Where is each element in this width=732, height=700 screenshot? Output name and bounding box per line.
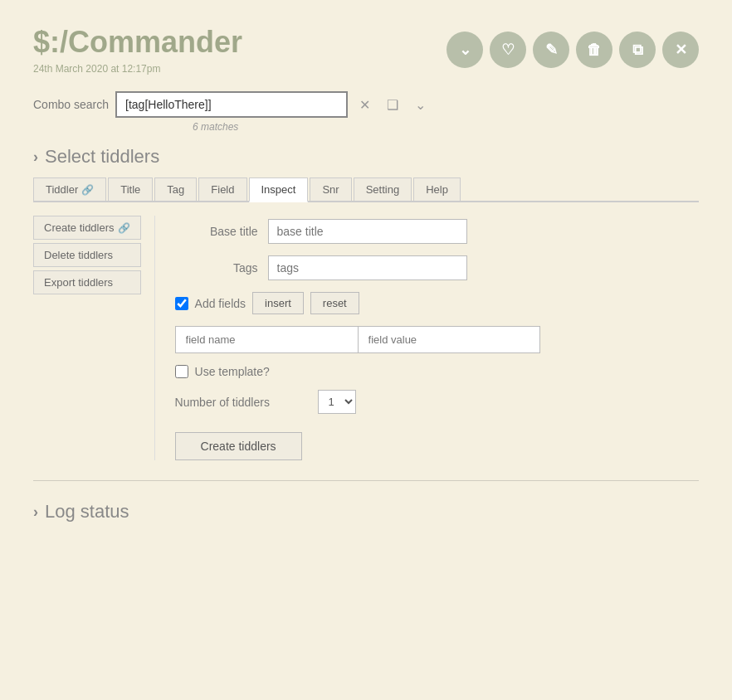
base-title-label: Base title bbox=[175, 225, 258, 238]
header-left: $:/Commander 24th March 2020 at 12:17pm bbox=[33, 25, 242, 75]
tab-snr[interactable]: Snr bbox=[310, 177, 351, 201]
select-section-title: Select tiddlers bbox=[45, 146, 159, 168]
tab-tag-label: Tag bbox=[167, 183, 184, 196]
search-label: Combo search bbox=[33, 98, 109, 111]
create-link-icon: 🔗 bbox=[118, 222, 130, 234]
use-template-checkbox[interactable] bbox=[175, 365, 188, 378]
chevron-down-button[interactable]: ⌄ bbox=[447, 32, 483, 68]
copy-button[interactable]: ⧉ bbox=[619, 32, 656, 68]
delete-tiddlers-button[interactable]: Delete tiddlers bbox=[33, 243, 141, 267]
create-tiddlers-button[interactable]: Create tiddlers bbox=[175, 432, 302, 460]
tags-label: Tags bbox=[175, 261, 258, 275]
search-copy-button[interactable]: ❑ bbox=[382, 95, 403, 114]
link-icon: 🔗 bbox=[81, 184, 94, 196]
create-tiddlers-sidebar-button[interactable]: Create tiddlers 🔗 bbox=[33, 216, 141, 240]
search-input[interactable] bbox=[115, 91, 348, 118]
header: $:/Commander 24th March 2020 at 12:17pm … bbox=[33, 25, 699, 75]
add-fields-label: Add fields bbox=[195, 297, 246, 310]
sidebar-buttons: Create tiddlers 🔗 Delete tiddlers Export… bbox=[33, 216, 155, 460]
tab-title-label: Title bbox=[120, 183, 140, 196]
field-value-input[interactable] bbox=[358, 326, 540, 353]
search-clear-button[interactable]: ✕ bbox=[354, 95, 375, 114]
trash-button[interactable]: 🗑 bbox=[576, 32, 612, 68]
delete-tiddlers-label: Delete tiddlers bbox=[44, 249, 113, 261]
create-button-row: Create tiddlers bbox=[175, 425, 699, 460]
search-matches: 6 matches bbox=[193, 121, 699, 133]
tab-help-label: Help bbox=[426, 183, 448, 196]
tags-row: Tags bbox=[175, 255, 699, 280]
tab-tiddler-label: Tiddler bbox=[46, 183, 78, 196]
select-section-toggle[interactable]: › bbox=[33, 148, 38, 166]
use-template-label: Use template? bbox=[195, 365, 270, 378]
tab-help[interactable]: Help bbox=[413, 177, 461, 201]
tab-field-label: Field bbox=[211, 183, 234, 196]
field-row bbox=[175, 326, 699, 353]
search-expand-button[interactable]: ⌄ bbox=[410, 95, 431, 114]
header-buttons: ⌄ ♡ ✎ 🗑 ⧉ ✕ bbox=[447, 32, 699, 68]
tab-title[interactable]: Title bbox=[108, 177, 153, 201]
app-subtitle: 24th March 2020 at 12:17pm bbox=[33, 63, 242, 75]
base-title-input[interactable] bbox=[268, 219, 467, 244]
tabs-row: Tiddler 🔗 Title Tag Field Inspect Snr Se… bbox=[33, 177, 699, 202]
tab-field[interactable]: Field bbox=[198, 177, 246, 201]
select-section-header: › Select tiddlers bbox=[33, 146, 699, 168]
add-fields-row: Add fields insert reset bbox=[175, 292, 699, 314]
heart-button[interactable]: ♡ bbox=[490, 32, 526, 68]
log-section: › Log status bbox=[33, 501, 699, 523]
add-fields-checkbox[interactable] bbox=[175, 297, 188, 310]
tab-inspect[interactable]: Inspect bbox=[249, 177, 309, 202]
field-name-input[interactable] bbox=[175, 326, 358, 353]
close-button[interactable]: ✕ bbox=[662, 32, 699, 68]
search-row: Combo search ✕ ❑ ⌄ bbox=[33, 91, 699, 118]
edit-button[interactable]: ✎ bbox=[533, 32, 569, 68]
section-divider bbox=[33, 480, 699, 481]
tab-tiddler[interactable]: Tiddler 🔗 bbox=[33, 177, 106, 201]
num-tiddlers-label: Number of tiddlers bbox=[175, 396, 308, 409]
tab-setting[interactable]: Setting bbox=[354, 177, 412, 201]
insert-button[interactable]: insert bbox=[252, 292, 304, 314]
log-section-title: Log status bbox=[45, 501, 129, 523]
tab-snr-label: Snr bbox=[322, 183, 339, 196]
num-tiddlers-select[interactable]: 1 2 3 4 5 bbox=[318, 390, 356, 414]
base-title-row: Base title bbox=[175, 219, 699, 244]
app-title: $:/Commander bbox=[33, 25, 242, 60]
content-area: Create tiddlers 🔗 Delete tiddlers Export… bbox=[33, 216, 699, 460]
tab-setting-label: Setting bbox=[366, 183, 399, 196]
reset-button[interactable]: reset bbox=[310, 292, 359, 314]
tab-tag[interactable]: Tag bbox=[154, 177, 197, 201]
export-tiddlers-label: Export tiddlers bbox=[44, 276, 113, 289]
form-area: Base title Tags Add fields insert reset bbox=[155, 216, 699, 460]
tags-input[interactable] bbox=[268, 255, 467, 280]
tab-inspect-label: Inspect bbox=[261, 183, 296, 196]
log-section-toggle[interactable]: › bbox=[33, 503, 38, 521]
num-tiddlers-row: Number of tiddlers 1 2 3 4 5 bbox=[175, 390, 699, 414]
create-tiddlers-label: Create tiddlers bbox=[44, 221, 115, 234]
export-tiddlers-button[interactable]: Export tiddlers bbox=[33, 270, 141, 294]
use-template-row: Use template? bbox=[175, 365, 699, 378]
